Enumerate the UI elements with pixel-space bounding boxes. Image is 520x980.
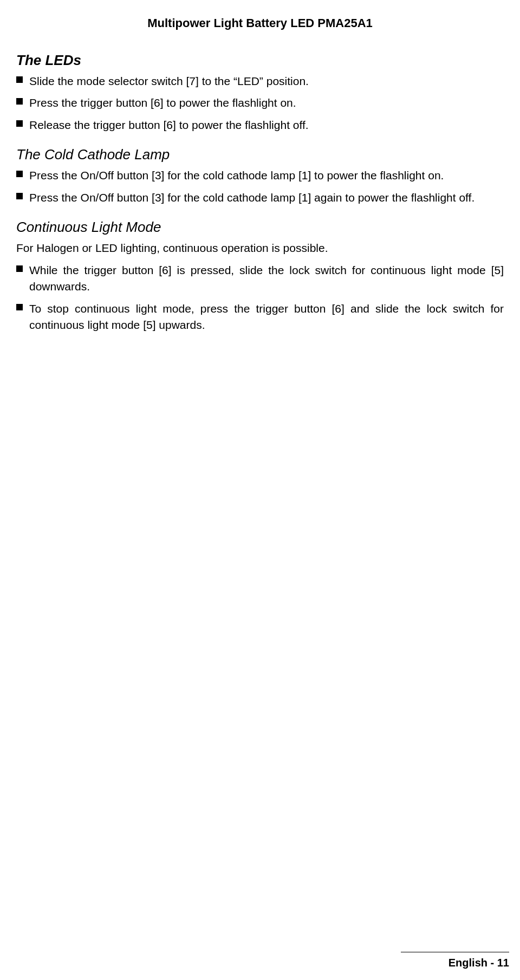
page-header: Multipower Light Battery LED PMA25A1 — [11, 11, 509, 41]
continuous-light-section: Continuous Light Mode For Halogen or LED… — [16, 219, 504, 333]
leds-bullet-2: Press the trigger button [6] to power th… — [29, 95, 504, 111]
content-area: The LEDs Slide the mode selector switch … — [11, 52, 509, 333]
list-item: Slide the mode selector switch [7] to th… — [16, 73, 504, 89]
continuous-light-title: Continuous Light Mode — [16, 219, 504, 236]
page-title: Multipower Light Battery LED PMA25A1 — [147, 16, 373, 30]
bullet-icon — [16, 120, 23, 127]
continuous-light-bullet-1: While the trigger button [6] is pressed,… — [29, 262, 504, 295]
list-item: Press the On/Off button [3] for the cold… — [16, 190, 504, 206]
cold-cathode-title: The Cold Cathode Lamp — [16, 146, 504, 163]
bullet-icon — [16, 304, 23, 310]
page-footer: English - 11 — [401, 952, 509, 969]
list-item: To stop continuous light mode, press the… — [16, 301, 504, 334]
leds-bullet-1: Slide the mode selector switch [7] to th… — [29, 73, 504, 89]
leds-title: The LEDs — [16, 52, 504, 69]
continuous-light-bullet-2: To stop continuous light mode, press the… — [29, 301, 504, 334]
list-item: Press the trigger button [6] to power th… — [16, 95, 504, 111]
bullet-icon — [16, 98, 23, 105]
bullet-icon — [16, 265, 23, 272]
list-item: Release the trigger button [6] to power … — [16, 117, 504, 133]
list-item: Press the On/Off button [3] for the cold… — [16, 167, 504, 184]
page-container: Multipower Light Battery LED PMA25A1 The… — [0, 0, 520, 980]
continuous-light-intro: For Halogen or LED lighting, continuous … — [16, 240, 504, 256]
leds-bullet-3: Release the trigger button [6] to power … — [29, 117, 504, 133]
cold-cathode-section: The Cold Cathode Lamp Press the On/Off b… — [16, 146, 504, 206]
bullet-icon — [16, 76, 23, 83]
leds-section: The LEDs Slide the mode selector switch … — [16, 52, 504, 133]
cold-cathode-bullet-1: Press the On/Off button [3] for the cold… — [29, 167, 504, 184]
bullet-icon — [16, 193, 23, 199]
cold-cathode-bullet-2: Press the On/Off button [3] for the cold… — [29, 190, 504, 206]
footer-label: English - 11 — [448, 957, 509, 969]
list-item: While the trigger button [6] is pressed,… — [16, 262, 504, 295]
bullet-icon — [16, 171, 23, 177]
